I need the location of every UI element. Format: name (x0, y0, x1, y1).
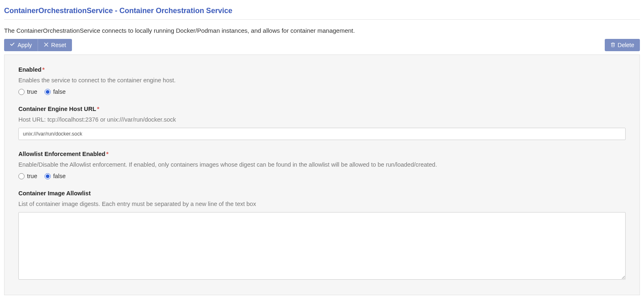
trash-icon (610, 42, 615, 48)
toolbar: Apply Reset Delete (4, 39, 640, 51)
enabled-radio-false-label: false (53, 88, 66, 95)
form-panel: Enabled* Enables the service to connect … (4, 54, 640, 295)
enabled-label: Enabled* (18, 66, 626, 73)
allowlist-enforcement-label-text: Allowlist Enforcement Enabled (18, 151, 105, 157)
enabled-label-text: Enabled (18, 66, 41, 73)
reset-label: Reset (51, 42, 66, 48)
apply-button[interactable]: Apply (4, 39, 38, 51)
enabled-radio-row: true false (18, 88, 626, 95)
image-allowlist-label: Container Image Allowlist (18, 190, 626, 197)
allowlist-enforcement-radio-false-label: false (53, 173, 66, 179)
title-divider (4, 19, 640, 20)
enabled-radio-true[interactable]: true (18, 88, 37, 95)
delete-button[interactable]: Delete (605, 39, 640, 51)
page-description: The ContainerOrchestrationService connec… (4, 27, 640, 34)
image-allowlist-help: List of container image digests. Each en… (18, 201, 626, 207)
allowlist-enforcement-radio-row: true false (18, 173, 626, 179)
allowlist-enforcement-radio-true-label: true (27, 173, 37, 179)
form-group-enabled: Enabled* Enables the service to connect … (18, 66, 626, 95)
host-url-help: Host URL: tcp://localhost:2376 or unix:/… (18, 116, 626, 123)
apply-label: Apply (18, 42, 32, 48)
enabled-radio-false-input[interactable] (45, 89, 51, 95)
enabled-radio-true-input[interactable] (18, 89, 25, 95)
form-group-host-url: Container Engine Host URL* Host URL: tcp… (18, 106, 626, 140)
allowlist-enforcement-radio-true-input[interactable] (18, 173, 25, 179)
image-allowlist-label-text: Container Image Allowlist (18, 190, 91, 197)
allowlist-enforcement-help: Enable/Disable the Allowlist enforcement… (18, 161, 626, 168)
required-indicator: * (42, 66, 45, 73)
allowlist-enforcement-radio-false[interactable]: false (45, 173, 66, 179)
page-title: ContainerOrchestrationService - Containe… (4, 4, 640, 19)
required-indicator: * (97, 106, 99, 112)
allowlist-enforcement-label: Allowlist Enforcement Enabled* (18, 151, 626, 157)
delete-label: Delete (618, 42, 634, 48)
enabled-help: Enables the service to connect to the co… (18, 77, 626, 84)
required-indicator: * (106, 151, 109, 157)
host-url-label-text: Container Engine Host URL (18, 106, 96, 112)
check-icon (10, 42, 15, 48)
close-icon (44, 42, 49, 48)
reset-button[interactable]: Reset (38, 39, 72, 51)
host-url-label: Container Engine Host URL* (18, 106, 626, 112)
host-url-input[interactable] (18, 128, 626, 140)
allowlist-enforcement-radio-false-input[interactable] (45, 173, 51, 179)
form-group-image-allowlist: Container Image Allowlist List of contai… (18, 190, 626, 281)
enabled-radio-false[interactable]: false (45, 88, 66, 95)
form-group-allowlist-enforcement: Allowlist Enforcement Enabled* Enable/Di… (18, 151, 626, 179)
button-group-left: Apply Reset (4, 39, 72, 51)
image-allowlist-textarea[interactable] (18, 212, 626, 280)
enabled-radio-true-label: true (27, 88, 37, 95)
allowlist-enforcement-radio-true[interactable]: true (18, 173, 37, 179)
